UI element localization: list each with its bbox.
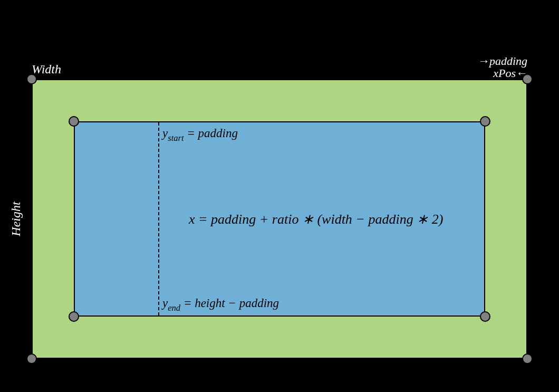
outer-handle-0[interactable] [26,74,37,84]
yend-eq: = height − padding [184,297,279,310]
width-label: Width [32,62,61,77]
inner-handle-2[interactable] [69,311,79,322]
top-right-labels: →padding xPos← [478,55,527,79]
height-label: Height [9,202,23,236]
padding-arrow-label: →padding [478,55,527,67]
inner-handle-1[interactable] [480,116,490,127]
outer-handle-3[interactable] [522,353,533,364]
yend-sub: end [168,303,180,313]
inner-handle-0[interactable] [69,116,79,127]
yend-label: yend = height − padding [162,297,279,313]
outer-handle-1[interactable] [522,74,533,84]
outer-handle-2[interactable] [26,353,37,364]
ystart-eq: = padding [187,127,238,140]
ystart-sub: start [168,133,184,143]
yend-y: y [162,297,168,310]
ystart-y: y [162,127,168,140]
x-formula-label: x = padding + ratio ∗ (width − padding ∗… [189,211,443,227]
xpos-arrow-label: xPos← [478,67,527,79]
ystart-label: ystart = padding [162,127,238,143]
diagram-stage: Width →padding xPos← Height ystart = pad… [0,0,559,392]
inner-handle-3[interactable] [480,311,490,322]
dashed-vertical-line [158,122,159,315]
